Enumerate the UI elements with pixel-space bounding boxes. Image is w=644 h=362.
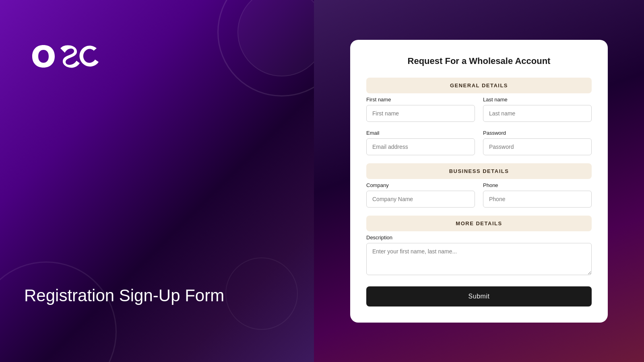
logo-container [24, 40, 105, 74]
phone-input[interactable] [483, 191, 592, 208]
company-phone-row: Company Phone [366, 182, 592, 208]
first-name-label: First name [366, 97, 475, 103]
company-label: Company [366, 182, 475, 188]
form-title: Request For a Wholesale Account [366, 56, 592, 66]
osc-logo [24, 40, 105, 72]
last-name-input[interactable] [483, 105, 592, 122]
company-group: Company [366, 182, 475, 208]
submit-button[interactable]: Submit [366, 286, 592, 306]
more-details-header: MORE DETAILS [366, 216, 592, 231]
name-row: First name Last name [366, 97, 592, 122]
company-input[interactable] [366, 191, 475, 208]
description-label: Description [366, 234, 592, 241]
general-details-header: GENERAL DETAILS [366, 78, 592, 93]
form-card: Request For a Wholesale Account GENERAL … [350, 40, 608, 323]
left-headline: Registration Sign-Up Form [24, 286, 290, 306]
password-input[interactable] [483, 138, 592, 155]
last-name-group: Last name [483, 97, 592, 122]
email-input[interactable] [366, 138, 475, 155]
business-details-header: BUSINESS DETAILS [366, 163, 592, 179]
right-panel: Request For a Wholesale Account GENERAL … [314, 0, 644, 362]
description-input[interactable] [366, 243, 592, 275]
first-name-input[interactable] [366, 105, 475, 122]
email-group: Email [366, 130, 475, 155]
email-label: Email [366, 130, 475, 136]
left-panel: Registration Sign-Up Form [0, 0, 314, 362]
phone-label: Phone [483, 182, 592, 188]
description-group: Description [366, 234, 592, 275]
email-password-row: Email Password [366, 130, 592, 155]
password-label: Password [483, 130, 592, 136]
decorative-circle-bottom [0, 261, 117, 362]
phone-group: Phone [483, 182, 592, 208]
last-name-label: Last name [483, 97, 592, 103]
password-group: Password [483, 130, 592, 155]
first-name-group: First name [366, 97, 475, 122]
